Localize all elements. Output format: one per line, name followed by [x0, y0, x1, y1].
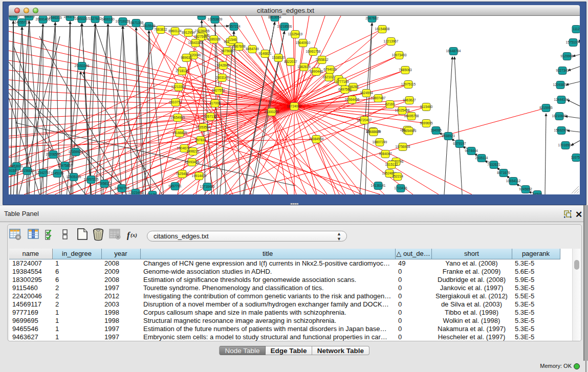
svg-text:6794028: 6794028: [323, 68, 337, 71]
svg-text:19654985: 19654985: [170, 116, 185, 119]
svg-text:17359924: 17359924: [69, 150, 83, 154]
svg-text:1112: 1112: [573, 27, 580, 31]
svg-text:9474444: 9474444: [465, 149, 478, 152]
svg-text:10053809: 10053809: [208, 17, 223, 21]
svg-text:12093872: 12093872: [553, 83, 568, 86]
svg-text:12505195: 12505195: [67, 175, 81, 179]
svg-text:12444194: 12444194: [554, 98, 569, 101]
svg-text:18724007: 18724007: [287, 104, 302, 108]
svg-text:15751074: 15751074: [566, 40, 580, 44]
svg-text:2803144: 2803144: [215, 76, 229, 79]
svg-text:7357224: 7357224: [227, 25, 241, 28]
svg-text:9777169: 9777169: [336, 80, 349, 83]
svg-text:9457791: 9457791: [168, 184, 182, 188]
svg-text:7955812: 7955812: [315, 58, 329, 61]
svg-text:19914479: 19914479: [192, 174, 207, 178]
svg-text:9245652: 9245652: [519, 187, 532, 191]
svg-text:1498222: 1498222: [186, 149, 200, 153]
svg-text:8938923: 8938923: [442, 134, 455, 138]
svg-text:6379197: 6379197: [453, 142, 466, 145]
svg-text:1810752: 1810752: [169, 100, 182, 104]
svg-text:7485063: 7485063: [399, 68, 412, 72]
svg-text:62160: 62160: [385, 102, 395, 106]
svg-text:10654112: 10654112: [506, 179, 521, 183]
svg-text:7625402: 7625402: [176, 172, 189, 176]
svg-text:1527602: 1527602: [89, 17, 102, 20]
svg-text:25300295: 25300295: [265, 110, 279, 114]
svg-text:14136141: 14136141: [371, 184, 386, 187]
svg-text:9699695: 9699695: [420, 121, 433, 125]
svg-text:9546315: 9546315: [49, 16, 62, 19]
svg-text:12342757: 12342757: [36, 171, 51, 174]
svg-text:15692971: 15692971: [554, 128, 569, 132]
svg-text:9827505: 9827505: [194, 35, 207, 38]
svg-text:12023446: 12023446: [128, 191, 143, 194]
svg-text:12156829: 12156829: [20, 169, 35, 172]
svg-text:10807487: 10807487: [371, 96, 386, 100]
svg-text:19218506: 19218506: [277, 25, 292, 28]
svg-text:557834: 557834: [195, 138, 206, 142]
svg-text:7663822: 7663822: [154, 28, 167, 31]
svg-text:7632621: 7632621: [487, 163, 500, 166]
svg-text:94506: 94506: [533, 192, 542, 194]
svg-text:8471676: 8471676: [497, 171, 510, 174]
svg-text:39155: 39155: [9, 169, 16, 172]
svg-text:16671355: 16671355: [129, 21, 144, 25]
svg-text:10719155: 10719155: [116, 19, 130, 23]
svg-text:1546: 1546: [229, 38, 237, 41]
svg-text:1615112: 1615112: [385, 163, 398, 166]
svg-text:19975857: 19975857: [58, 164, 73, 167]
svg-text:19384554: 19384554: [309, 137, 324, 141]
svg-text:9129966: 9129966: [560, 54, 574, 58]
svg-text:40993488: 40993488: [185, 160, 200, 164]
svg-text:1538520: 1538520: [272, 56, 285, 59]
svg-text:8813054: 8813054: [268, 16, 281, 19]
svg-text:8960124: 8960124: [168, 29, 182, 33]
svg-text:7515546: 7515546: [142, 24, 156, 28]
svg-text:8322037: 8322037: [284, 60, 297, 63]
svg-text:8454749: 8454749: [246, 47, 259, 51]
svg-text:11353594: 11353594: [196, 125, 211, 129]
svg-text:1733436: 1733436: [394, 186, 407, 190]
svg-text:18495758: 18495758: [404, 114, 419, 118]
svg-text:1405572: 1405572: [9, 16, 20, 18]
svg-text:9463627: 9463627: [403, 98, 416, 102]
svg-text:417006: 417006: [209, 101, 221, 105]
svg-text:8912954: 8912954: [182, 31, 195, 34]
svg-text:2087682: 2087682: [365, 16, 379, 20]
svg-text:19756928: 19756928: [396, 145, 410, 148]
svg-text:20206555: 20206555: [46, 152, 61, 156]
svg-text:16210643: 16210643: [552, 114, 567, 118]
svg-text:9227343: 9227343: [556, 69, 569, 72]
svg-text:12975115: 12975115: [401, 82, 416, 86]
svg-text:17016504: 17016504: [558, 143, 573, 147]
svg-text:3875685: 3875685: [221, 49, 234, 53]
svg-text:9115460: 9115460: [420, 105, 433, 108]
svg-text:10025458: 10025458: [395, 108, 410, 112]
svg-text:19654923: 19654923: [402, 129, 417, 133]
svg-text:10688609: 10688609: [366, 130, 381, 134]
svg-text:8990448: 8990448: [310, 70, 323, 73]
svg-text:20364436: 20364436: [345, 98, 360, 101]
svg-text:1003: 1003: [198, 16, 206, 17]
svg-text:8215955: 8215955: [539, 106, 553, 110]
svg-text:1145195: 1145195: [51, 171, 64, 175]
svg-text:16154808: 16154808: [375, 27, 390, 31]
svg-text:6466160: 6466160: [101, 17, 115, 21]
svg-text:16961758: 16961758: [306, 50, 321, 53]
svg-text:8427552: 8427552: [212, 89, 225, 92]
svg-text:11325419: 11325419: [288, 32, 303, 36]
svg-text:9242848: 9242848: [216, 63, 230, 67]
svg-text:18807249: 18807249: [373, 140, 387, 144]
svg-text:14055721: 14055721: [15, 20, 30, 24]
svg-text:16648784: 16648784: [446, 49, 461, 53]
svg-text:208373: 208373: [24, 16, 35, 18]
svg-text:1621022: 1621022: [322, 75, 336, 79]
svg-text:10958117: 10958117: [97, 182, 112, 185]
svg-text:(x): (x): [130, 232, 137, 238]
svg-text:16543382: 16543382: [188, 41, 203, 45]
svg-text:2935114: 2935114: [475, 156, 488, 160]
svg-text:8186328: 8186328: [207, 37, 221, 41]
svg-text:3267130: 3267130: [204, 115, 217, 118]
svg-text:13716485: 13716485: [200, 185, 215, 188]
